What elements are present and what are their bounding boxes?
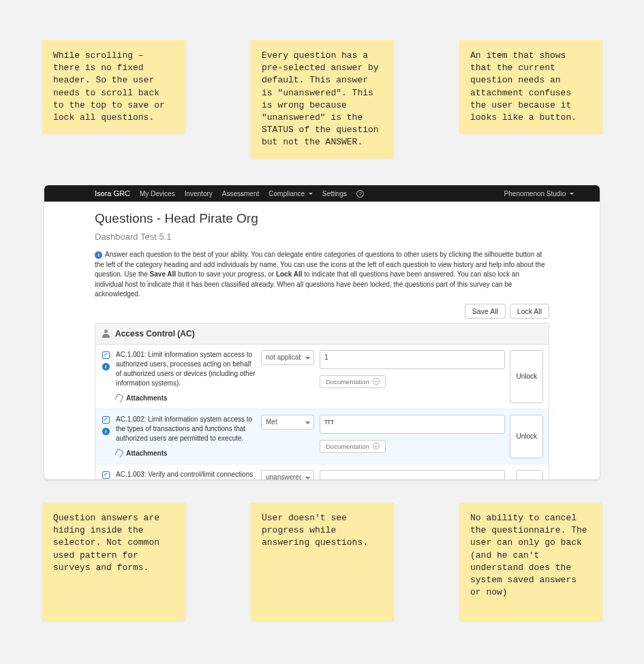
attachments-row[interactable]: Attachments: [116, 394, 256, 403]
documentation-button[interactable]: Documentation+: [320, 375, 386, 388]
info-text: iAnswer each question to the best of you…: [95, 250, 549, 300]
plus-icon: +: [373, 443, 380, 449]
lock-all-button[interactable]: Lock All: [510, 304, 549, 319]
nav-settings[interactable]: Settings: [322, 190, 347, 197]
chevron-down-icon: [570, 193, 574, 195]
answer-select[interactable]: unanswered: [261, 470, 314, 480]
answer-select-col: unanswered: [261, 470, 314, 480]
page-content: Questions - Head Pirate Org Dashboard Te…: [44, 202, 600, 479]
nav-compliance-label: Compliance: [269, 190, 305, 197]
nav-assessment[interactable]: Assessment: [222, 190, 259, 197]
question-icon-col: i: [101, 350, 110, 403]
answer-select-col: not applicable: [261, 350, 314, 403]
action-row: Save All Lock All: [95, 304, 549, 319]
lock-col: Lock: [510, 470, 543, 480]
nav-user-label: Phenomenon Studio: [504, 190, 566, 197]
nav-inventory[interactable]: Inventory: [185, 190, 213, 197]
documentation-row: Documentation+: [320, 440, 505, 453]
attachments-label: Attachments: [126, 394, 168, 403]
lock-button[interactable]: Unlock: [510, 415, 543, 458]
help-icon[interactable]: ?: [356, 190, 364, 197]
category-header: Access Control (AC): [95, 323, 549, 345]
comment-input[interactable]: [320, 350, 505, 369]
edit-icon[interactable]: [102, 416, 110, 424]
documentation-button[interactable]: Documentation+: [320, 440, 386, 453]
chevron-down-icon: [309, 193, 313, 195]
info-icon: i: [95, 251, 102, 259]
question-text-col: AC.1.002: Limit information system acces…: [116, 415, 256, 458]
comment-input[interactable]: [320, 415, 505, 434]
category-title: Access Control (AC): [115, 329, 195, 338]
delegate-user-icon[interactable]: [102, 330, 110, 338]
category-panel: Access Control (AC) iAC.1.001: Limit inf…: [95, 323, 549, 480]
question-text: AC.1.001: Limit information system acces…: [116, 350, 256, 388]
lock-button[interactable]: Lock: [517, 470, 543, 480]
lock-col: Unlock: [510, 350, 543, 403]
info-bold: Save All: [150, 270, 177, 278]
sticky-note: Question answers are hiding inside the s…: [42, 503, 185, 621]
documentation-label: Documentation: [326, 443, 369, 450]
info-icon[interactable]: i: [102, 363, 110, 370]
comment-col: Documentation+: [320, 415, 505, 458]
nav-my-devices[interactable]: My Devices: [140, 190, 175, 197]
lock-col: Unlock: [510, 415, 543, 458]
info-segment: button to save your progress, or: [176, 270, 276, 278]
question-text: AC.1.002: Limit information system acces…: [116, 415, 256, 443]
comment-col: Documentation+: [320, 470, 505, 480]
navbar: Isora GRC My Devices Inventory Assessmen…: [44, 185, 600, 202]
question-icon-col: i: [101, 470, 110, 480]
answer-select[interactable]: not applicable: [261, 350, 314, 365]
save-all-button[interactable]: Save All: [465, 304, 506, 319]
sticky-note: Every question has a pre-selected answer…: [251, 40, 394, 159]
paperclip-icon: [114, 448, 124, 458]
attachments-row[interactable]: Attachments: [116, 449, 256, 458]
page-subtitle: Dashboard Test 5.1: [95, 232, 549, 242]
sticky-note: An item that shows that the current ques…: [459, 40, 602, 133]
question-row: iAC.1.001: Limit information system acce…: [95, 345, 549, 409]
answer-select[interactable]: Met: [261, 415, 314, 430]
page-title: Questions - Head Pirate Org: [95, 211, 549, 226]
app-window: Isora GRC My Devices Inventory Assessmen…: [44, 185, 600, 479]
nav-compliance[interactable]: Compliance: [269, 190, 313, 197]
question-text-col: AC.1.001: Limit information system acces…: [116, 350, 256, 403]
edit-icon[interactable]: [102, 351, 110, 359]
lock-button[interactable]: Unlock: [510, 350, 543, 403]
question-row: iAC.1.003: Verify and control/limit conn…: [95, 464, 549, 480]
info-bold: Lock All: [276, 270, 303, 278]
edit-icon[interactable]: [102, 471, 110, 479]
brand: Isora GRC: [95, 189, 130, 197]
answer-select-col: Met: [261, 415, 314, 458]
sticky-note: No ability to cancel the questionnaire. …: [459, 503, 602, 621]
nav-user-menu[interactable]: Phenomenon Studio: [504, 190, 574, 197]
question-text: AC.1.003: Verify and control/limit conne…: [116, 470, 256, 480]
question-icon-col: i: [101, 415, 110, 458]
paperclip-icon: [114, 393, 124, 403]
comment-col: Documentation+: [320, 350, 505, 403]
question-text-col: AC.1.003: Verify and control/limit conne…: [116, 470, 256, 480]
comment-input[interactable]: [320, 470, 505, 480]
sticky-note: While scrolling – there is no fixed head…: [42, 40, 185, 133]
info-icon[interactable]: i: [102, 428, 110, 435]
attachments-label: Attachments: [126, 449, 168, 458]
question-row: iAC.1.002: Limit information system acce…: [95, 409, 549, 464]
documentation-row: Documentation+: [320, 375, 505, 388]
plus-icon: +: [373, 378, 380, 385]
documentation-label: Documentation: [326, 378, 369, 385]
sticky-note: User doesn't see progress while answerin…: [251, 503, 394, 621]
